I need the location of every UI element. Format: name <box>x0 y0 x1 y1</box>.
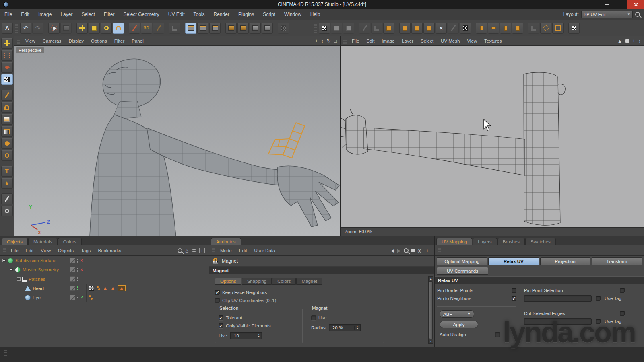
attributes-menu-grip[interactable] <box>212 248 215 253</box>
toolbar-grip[interactable] <box>15 24 18 33</box>
pan-view-icon[interactable]: + <box>315 38 318 44</box>
restore-button[interactable] <box>613 0 627 9</box>
optimal-mapping-button[interactable]: Optimal Mapping <box>437 257 487 265</box>
fill-tool-icon[interactable] <box>1 138 13 149</box>
eyedropper-tool-icon[interactable] <box>1 193 13 204</box>
scroll-thumb[interactable] <box>429 281 433 339</box>
subtab-colors[interactable]: Colors <box>272 278 296 285</box>
menu-select[interactable]: Select <box>77 9 99 20</box>
uv-toolbar-grip[interactable] <box>314 24 317 33</box>
pen-3d-icon[interactable]: 3D <box>141 23 152 34</box>
link-icon[interactable] <box>192 249 196 252</box>
uv-polygon-mode-icon[interactable] <box>185 23 196 34</box>
render-visibility-toggle[interactable] <box>70 258 75 263</box>
obj-menu-view[interactable]: View <box>37 248 54 253</box>
editor-visibility-dots[interactable] <box>77 286 78 290</box>
live-selection-icon[interactable] <box>48 23 60 34</box>
tree-row-eye[interactable]: Eye ✓ <box>0 293 209 302</box>
uv-mirror-icon[interactable] <box>448 23 459 34</box>
tab-colors[interactable]: Colors <box>58 238 82 245</box>
uv-menu-select[interactable]: Select <box>417 39 437 43</box>
selection-tag-icon[interactable] <box>97 286 100 290</box>
use-magnet-checkbox[interactable] <box>311 315 316 320</box>
uv-grid-icon[interactable] <box>371 23 382 34</box>
vp-menu-display[interactable]: Display <box>65 39 87 43</box>
uv-pin-icon[interactable] <box>319 23 330 34</box>
add-object-icon[interactable]: + <box>199 248 205 253</box>
magic-wand-icon[interactable] <box>1 62 13 73</box>
objects-search-icon[interactable] <box>178 248 182 253</box>
menu-window[interactable]: Window <box>280 9 306 20</box>
point-mode-icon[interactable] <box>250 23 261 34</box>
uv-hatch-icon[interactable] <box>359 23 370 34</box>
object-label[interactable]: Master Symmetry <box>23 267 59 272</box>
tab-layers[interactable]: Layers <box>473 238 497 245</box>
only-visible-checkbox[interactable]: ✓ <box>219 323 223 328</box>
tree-row-head[interactable]: Head ▲ ▲ ▲ <box>0 284 209 293</box>
obj-menu-bookmarks[interactable]: Bookmarks <box>94 248 125 253</box>
zoom-uv-icon[interactable]: ↕ <box>638 38 641 44</box>
magnet-tool-icon[interactable] <box>113 23 124 34</box>
render-visibility-toggle[interactable] <box>70 286 75 291</box>
attr-add-icon[interactable]: + <box>425 248 430 253</box>
uv-stack-icon[interactable] <box>512 23 523 34</box>
render-visibility-toggle[interactable] <box>70 276 75 282</box>
scale-tool-icon[interactable] <box>89 23 100 34</box>
stamp-tool-icon[interactable] <box>1 102 13 113</box>
editor-visibility-dots[interactable] <box>77 268 78 272</box>
pin-border-points-checkbox[interactable] <box>512 288 516 293</box>
move-tool-icon[interactable] <box>76 23 88 34</box>
selection-tag-icon[interactable] <box>89 295 93 300</box>
rotate-tool-icon[interactable] <box>101 23 112 34</box>
search-icon[interactable] <box>635 12 640 17</box>
uv-menu-image[interactable]: Image <box>378 39 398 43</box>
tree-row-master-symmetry[interactable]: Master Symmetry × <box>0 265 209 274</box>
uv-commands-button[interactable]: UV Commands <box>437 267 488 275</box>
modeling-tool-icon[interactable]: A <box>2 23 13 34</box>
expander-icon[interactable] <box>17 277 21 281</box>
subtab-magnet[interactable]: Magnet <box>296 278 322 285</box>
menu-uv-edit[interactable]: UV Edit <box>164 9 189 20</box>
tab-swatches[interactable]: Swatches <box>525 238 556 245</box>
subtab-snapping[interactable]: Snapping <box>242 278 272 285</box>
uv-menu-textures[interactable]: Textures <box>481 39 505 43</box>
uv-tag-icon[interactable] <box>89 286 94 291</box>
close-button[interactable] <box>627 0 644 9</box>
paint-brush-icon[interactable] <box>1 90 13 101</box>
uv-relax-icon[interactable] <box>528 23 539 34</box>
redo-icon[interactable]: ↷ <box>32 23 43 34</box>
uv-rect-select-icon[interactable] <box>552 23 564 34</box>
attributes-scrollbar[interactable]: ▲ ▼ <box>428 276 433 344</box>
use-tag-checkbox[interactable] <box>596 296 601 301</box>
vp-menu-view[interactable]: View <box>22 39 39 43</box>
attr-menu-userdata[interactable]: User Data <box>251 248 279 253</box>
object-mode-icon[interactable] <box>237 23 249 34</box>
uv-menu-layer[interactable]: Layer <box>398 39 417 43</box>
menu-file[interactable]: File <box>0 9 17 20</box>
uv-snapshot-icon[interactable] <box>568 23 580 34</box>
selection-frame-icon[interactable] <box>1 50 13 61</box>
tab-uv-mapping[interactable]: UV Mapping <box>436 238 472 245</box>
obj-menu-edit[interactable]: Edit <box>22 248 37 253</box>
pin-selection-field[interactable] <box>524 295 592 302</box>
minimize-button[interactable] <box>600 0 613 9</box>
polygon-selection-tag-icon[interactable]: ▲ <box>110 286 116 291</box>
axis-tool-icon[interactable] <box>169 23 180 34</box>
menu-image[interactable]: Image <box>34 9 56 20</box>
relax-uv-button[interactable]: Relax UV <box>488 257 539 265</box>
menu-script[interactable]: Script <box>258 9 280 20</box>
vp-menu-panel[interactable]: Panel <box>128 39 147 43</box>
uv-align-left-icon[interactable] <box>476 23 487 34</box>
menu-filter[interactable]: Filter <box>99 9 119 20</box>
home-icon[interactable]: ⌂ <box>185 247 188 254</box>
tab-attributes[interactable]: Attributes <box>211 238 241 245</box>
apply-button[interactable]: Apply <box>440 321 478 328</box>
layout-dropdown[interactable]: BP UV Edit ▼ <box>581 11 633 18</box>
render-visibility-toggle[interactable] <box>70 295 75 300</box>
tab-materials[interactable]: Materials <box>28 238 58 245</box>
camera-label[interactable]: Perspective <box>16 47 44 53</box>
object-label[interactable]: Patches <box>29 277 45 282</box>
algorithm-dropdown[interactable]: ABF ▼ <box>440 310 474 318</box>
objects-menu-grip[interactable] <box>3 248 6 253</box>
vp-menu-cameras[interactable]: Cameras <box>39 39 65 43</box>
